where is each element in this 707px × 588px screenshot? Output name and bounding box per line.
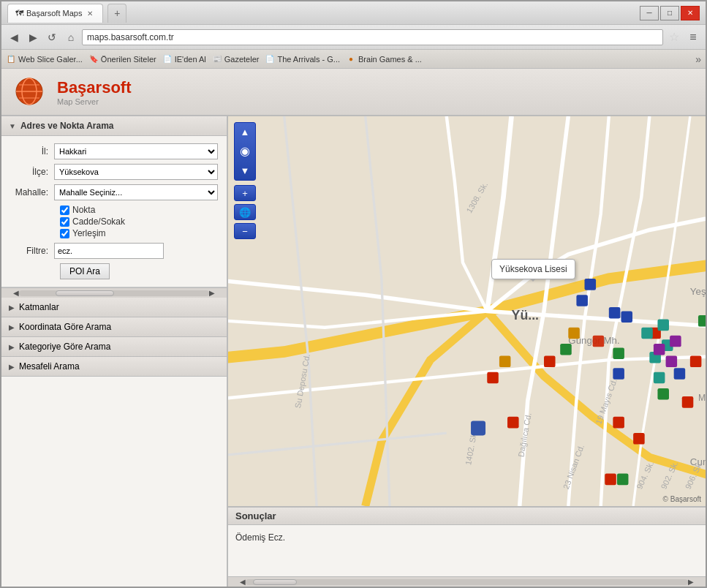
result-item[interactable]: Ödemiş Ecz. xyxy=(235,531,698,544)
tab-close-btn[interactable]: ✕ xyxy=(85,8,95,18)
search-section: ▼ Adres ve Nokta Arama İl: Hakkari xyxy=(1,116,227,287)
refresh-btn[interactable]: ↺ xyxy=(44,29,60,45)
map-area[interactable]: Dize Mh. Yeşildere Mh. Mezarlık Mh. Cumh… xyxy=(228,116,706,506)
browser-frame: 🗺 Başarsoft Maps ✕ + ─ □ ✕ ◀ ▶ ↺ ⌂ maps.… xyxy=(0,0,707,588)
bookmark-braingames[interactable]: ● Brain Games & ... xyxy=(346,54,422,64)
scroll-thumb[interactable] xyxy=(56,290,114,296)
search-section-header[interactable]: ▼ Adres ve Nokta Arama xyxy=(1,116,227,136)
tab-page-icon: 🗺 xyxy=(15,9,23,18)
logo-name: Başarsoft xyxy=(57,78,131,97)
results-scroll-right[interactable]: ▶ xyxy=(688,578,694,586)
nokta-checkbox-row: Nokta xyxy=(60,205,218,215)
checkbox-group: Nokta Cadde/Sokak Yerleşim xyxy=(60,205,218,238)
svg-rect-33 xyxy=(682,396,694,408)
address-bar[interactable]: maps.basarsoft.com.tr xyxy=(82,29,663,45)
pan-circle-icon: ◉ xyxy=(240,144,250,158)
ilce-select[interactable]: Yüksekova xyxy=(54,164,218,180)
pan-up-icon[interactable]: ▲ xyxy=(241,127,250,137)
globe-btn[interactable]: 🌐 xyxy=(234,204,256,220)
back-btn[interactable]: ◀ xyxy=(6,29,22,45)
svg-rect-49 xyxy=(641,328,653,339)
il-control: Hakkari xyxy=(54,143,218,159)
koordinata-header[interactable]: ▶ Koordinata Göre Arama xyxy=(1,317,227,337)
kategoriye-label: Kategoriye Göre Arama xyxy=(19,342,110,352)
katmanlar-header[interactable]: ▶ Katmanlar xyxy=(1,298,227,317)
results-title: Sonuçlar xyxy=(235,510,276,521)
poi-search-btn[interactable]: POI Ara xyxy=(60,263,110,279)
kategoriye-header[interactable]: ▶ Kategoriye Göre Arama xyxy=(1,337,227,357)
ilce-control: Yüksekova xyxy=(54,164,218,180)
active-tab[interactable]: 🗺 Başarsoft Maps ✕ xyxy=(7,4,103,23)
svg-rect-44 xyxy=(613,368,624,380)
tab-title: Başarsoft Maps xyxy=(26,9,82,18)
svg-rect-53 xyxy=(670,336,681,347)
title-bar: 🗺 Başarsoft Maps ✕ + ─ □ ✕ xyxy=(1,1,706,25)
main-area: ▼ Adres ve Nokta Arama İl: Hakkari xyxy=(1,116,706,587)
bookmark-iefrom-label: IE'den Al xyxy=(175,55,206,64)
maximize-btn[interactable]: □ xyxy=(660,6,679,20)
svg-rect-48 xyxy=(654,372,665,384)
mesafeli-label: Mesafeli Arama xyxy=(19,361,80,372)
bookmark-iefrom-icon: 📄 xyxy=(162,54,173,64)
close-btn[interactable]: ✕ xyxy=(681,6,700,20)
svg-rect-52 xyxy=(666,356,678,368)
minimize-btn[interactable]: ─ xyxy=(640,6,659,20)
new-tab[interactable]: + xyxy=(107,4,126,23)
results-scroll-thumb[interactable] xyxy=(253,579,297,585)
app-content: Başarsoft Map Server ▼ Adres ve Nokta Ar… xyxy=(1,69,706,587)
mesafeli-header[interactable]: ▶ Mesafeli Arama xyxy=(1,357,227,377)
svg-rect-43 xyxy=(674,368,686,380)
pan-down-icon[interactable]: ▼ xyxy=(241,165,250,176)
bookmarks-bar: 📋 Web Slice Galer... 🔖 Önerilen Siteler … xyxy=(1,50,706,69)
mahalle-row: Mahalle: Mahalle Seçiniz... xyxy=(10,184,218,200)
search-toggle-icon: ▼ xyxy=(9,122,16,130)
yerlisim-checkbox-row: Yerleşim xyxy=(60,228,218,238)
forward-btn[interactable]: ▶ xyxy=(25,29,41,45)
results-h-scrollbar[interactable]: ◀ ▶ xyxy=(228,576,706,587)
svg-rect-35 xyxy=(633,433,645,445)
bookmarks-more-btn[interactable]: » xyxy=(695,53,701,65)
bookmark-gazeteler[interactable]: 📰 Gazeteler xyxy=(212,54,260,64)
settings-menu[interactable]: ≡ xyxy=(685,29,701,45)
h-scrollbar[interactable]: ◀ ▶ xyxy=(1,287,227,298)
home-btn[interactable]: ⌂ xyxy=(63,29,79,45)
results-panel: Sonuçlar Ödemiş Ecz. ◀ ▶ xyxy=(228,506,706,587)
zoom-in-btn[interactable]: + xyxy=(234,185,256,201)
left-panel: ▼ Adres ve Nokta Arama İl: Hakkari xyxy=(1,116,228,587)
bookmark-arrivals-icon: 📄 xyxy=(265,54,275,64)
map-svg: Dize Mh. Yeşildere Mh. Mezarlık Mh. Cumh… xyxy=(228,116,706,506)
favorites-star[interactable]: ☆ xyxy=(666,29,682,45)
bookmark-web-slice[interactable]: 📋 Web Slice Galer... xyxy=(6,54,83,64)
tooltip-text: Yüksekova Lisesi xyxy=(499,264,567,274)
filtre-input[interactable] xyxy=(54,243,164,259)
result-item-text: Ödemiş Ecz. xyxy=(235,532,285,543)
new-tab-icon: + xyxy=(114,7,120,19)
nokta-checkbox[interactable] xyxy=(60,206,69,215)
search-form: İl: Hakkari İlçe: Yüksekova xyxy=(1,136,227,287)
svg-rect-39 xyxy=(657,388,669,400)
bookmark-gazeteler-label: Gazeteler xyxy=(224,55,260,64)
results-header: Sonuçlar xyxy=(228,508,706,525)
mahalle-select[interactable]: Mahalle Seçiniz... xyxy=(54,184,218,200)
cadde-checkbox[interactable] xyxy=(60,217,69,227)
il-select[interactable]: Hakkari xyxy=(54,143,218,159)
scroll-right-arrow[interactable]: ▶ xyxy=(209,289,215,297)
bookmark-iefrom[interactable]: 📄 IE'den Al xyxy=(162,54,206,64)
bookmark-onerilen-icon: 🔖 xyxy=(88,54,99,64)
svg-rect-32 xyxy=(690,356,702,368)
bookmark-onerilen-label: Önerilen Siteler xyxy=(101,55,156,64)
il-label: İl: xyxy=(10,146,54,157)
bookmark-web-slice-label: Web Slice Galer... xyxy=(18,55,83,64)
bookmark-onerilen[interactable]: 🔖 Önerilen Siteler xyxy=(88,54,156,64)
kategoriye-arrow-icon: ▶ xyxy=(9,343,15,351)
svg-rect-57 xyxy=(471,421,485,435)
yerlisim-checkbox[interactable] xyxy=(60,229,69,238)
ilce-row: İlçe: Yüksekova xyxy=(10,164,218,180)
scroll-left-arrow[interactable]: ◀ xyxy=(13,289,19,297)
results-scroll-left[interactable]: ◀ xyxy=(240,578,246,586)
bookmark-web-slice-icon: 📋 xyxy=(6,54,16,64)
collapsible-sections: ▶ Katmanlar ▶ Koordinata Göre Arama ▶ Ka… xyxy=(1,298,227,587)
zoom-out-btn[interactable]: − xyxy=(234,223,256,239)
pan-control[interactable]: ▲ ◉ ▼ xyxy=(234,122,256,181)
bookmark-arrivals[interactable]: 📄 The Arrivals - G... xyxy=(265,54,340,64)
